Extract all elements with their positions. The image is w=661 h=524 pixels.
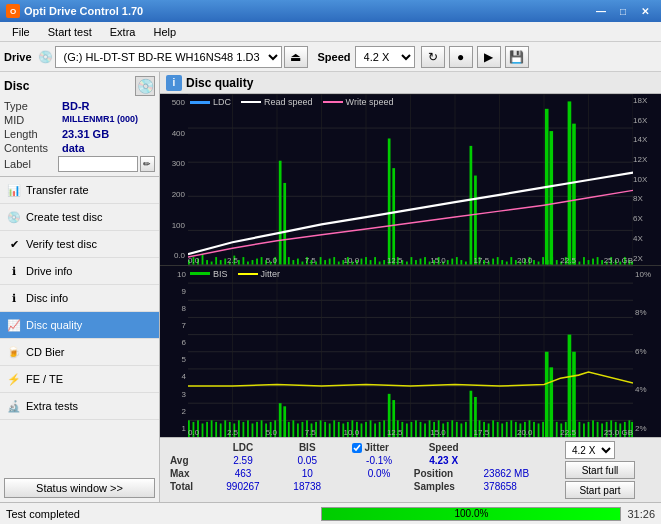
svg-rect-218 (545, 351, 549, 437)
refresh-button[interactable]: ↻ (421, 46, 445, 68)
speed-select[interactable]: 4.2 X (355, 46, 415, 68)
start-full-button[interactable]: Start full (565, 461, 635, 479)
disc-quality-header-icon: i (166, 75, 182, 91)
nav-extra-tests[interactable]: 🔬 Extra tests (0, 393, 159, 420)
nav-fe-te-label: FE / TE (26, 373, 63, 385)
svg-rect-77 (474, 176, 477, 265)
avg-label: Avg (166, 454, 209, 467)
nav-verify-test-label: Verify test disc (26, 238, 97, 250)
ldc-header: LDC (209, 441, 277, 454)
minimize-button[interactable]: — (591, 3, 611, 19)
lower-x-axis: 0.02.55.07.510.012.515.017.520.022.525.0… (188, 428, 633, 437)
disc-info-icon: ℹ (6, 290, 22, 306)
legend-write-speed: Write speed (346, 97, 394, 107)
eject-button[interactable]: ⏏ (284, 46, 308, 68)
main-layout: Disc 💿 Type BD-R MID MILLENMR1 (000) Len… (0, 72, 661, 502)
transfer-rate-icon: 📊 (6, 182, 22, 198)
samples-label: Samples (410, 480, 478, 493)
mid-label: MID (4, 114, 62, 126)
length-value: 23.31 GB (62, 128, 155, 140)
media-button[interactable]: ▶ (477, 46, 501, 68)
nav-fe-te[interactable]: ⚡ FE / TE (0, 366, 159, 393)
chart-container: LDC Read speed Write speed 5004003002001… (160, 94, 661, 437)
nav-extra-tests-label: Extra tests (26, 400, 78, 412)
nav-drive-info-label: Drive info (26, 265, 72, 277)
disc-label-edit-button[interactable]: ✏ (140, 156, 155, 172)
disc-quality-title: Disc quality (186, 76, 253, 90)
nav-disc-quality[interactable]: 📈 Disc quality (0, 312, 159, 339)
legend-bis: BIS (213, 269, 228, 279)
title-bar: O Opti Drive Control 1.70 — □ ✕ (0, 0, 661, 22)
length-label: Length (4, 128, 62, 140)
type-label: Type (4, 100, 62, 112)
save-button[interactable]: 💾 (505, 46, 529, 68)
menu-bar: File Start test Extra Help (0, 22, 661, 42)
menu-help[interactable]: Help (145, 24, 184, 40)
max-ldc: 463 (209, 467, 277, 480)
lower-chart: BIS Jitter 10987654321 (160, 266, 661, 438)
nav-drive-info[interactable]: ℹ Drive info (0, 258, 159, 285)
verify-test-icon: ✔ (6, 236, 22, 252)
position-label: Position (410, 467, 478, 480)
app-icon: O (6, 4, 20, 18)
total-bis: 18738 (277, 480, 337, 493)
nav-transfer-rate[interactable]: 📊 Transfer rate (0, 177, 159, 204)
avg-ldc: 2.59 (209, 454, 277, 467)
menu-file[interactable]: File (4, 24, 38, 40)
mid-value: MILLENMR1 (000) (62, 114, 155, 126)
progress-bar-container: 100.0% (321, 507, 621, 521)
start-part-button[interactable]: Start part (565, 481, 635, 499)
nav-disc-info[interactable]: ℹ Disc info (0, 285, 159, 312)
disc-quality-header: i Disc quality (160, 72, 661, 94)
nav-create-test-label: Create test disc (26, 211, 102, 223)
disc-label-input[interactable] (58, 156, 138, 172)
quality-speed-select[interactable]: 4.2 X (565, 441, 615, 459)
lower-chart-legend: BIS Jitter (190, 269, 280, 279)
lower-y-axis-left: 10987654321 (160, 266, 188, 438)
close-button[interactable]: ✕ (635, 3, 655, 19)
disc-graphic-icon: 💿 (135, 76, 155, 96)
jitter-header-cell: Jitter (348, 441, 409, 454)
nav-verify-test-disc[interactable]: ✔ Verify test disc (0, 231, 159, 258)
svg-rect-224 (568, 334, 572, 437)
contents-label: Contents (4, 142, 62, 154)
total-label: Total (166, 480, 209, 493)
nav-create-test-disc[interactable]: 💿 Create test disc (0, 204, 159, 231)
maximize-button[interactable]: □ (613, 3, 633, 19)
legend-ldc: LDC (213, 97, 231, 107)
fe-te-icon: ⚡ (6, 371, 22, 387)
lower-chart-svg (188, 266, 633, 438)
app-title: Opti Drive Control 1.70 (24, 5, 143, 17)
jitter-checkbox[interactable] (352, 443, 362, 453)
sidebar: Disc 💿 Type BD-R MID MILLENMR1 (000) Len… (0, 72, 160, 502)
status-bar: Test completed 100.0% 31:26 (0, 502, 661, 524)
disc-button[interactable]: ● (449, 46, 473, 68)
drive-select[interactable]: (G:) HL-DT-ST BD-RE WH16NS48 1.D3 (55, 46, 282, 68)
nav-disc-quality-label: Disc quality (26, 319, 82, 331)
drive-label: Drive (4, 51, 32, 63)
svg-rect-97 (549, 131, 553, 264)
upper-y-axis-left: 5004003002001000.0 (160, 94, 188, 265)
svg-rect-36 (279, 161, 282, 265)
upper-chart-legend: LDC Read speed Write speed (190, 97, 393, 107)
bis-header: BIS (277, 441, 337, 454)
progress-text: 100.0% (322, 508, 620, 520)
lower-y-axis-right: 10%8%6%4%2% (633, 266, 661, 438)
samples-value: 378658 (478, 480, 557, 493)
legend-jitter: Jitter (261, 269, 281, 279)
nav-cd-bier-label: CD Bier (26, 346, 65, 358)
svg-rect-37 (283, 183, 286, 265)
upper-x-axis: 0.02.55.07.510.012.515.017.520.022.525.0… (188, 256, 633, 265)
menu-extra[interactable]: Extra (102, 24, 144, 40)
stats-table: LDC BIS Jitter Speed Avg (166, 441, 557, 493)
disc-section: Disc 💿 Type BD-R MID MILLENMR1 (000) Len… (0, 72, 159, 177)
upper-chart: LDC Read speed Write speed 5004003002001… (160, 94, 661, 266)
menu-start-test[interactable]: Start test (40, 24, 100, 40)
create-test-icon: 💿 (6, 209, 22, 225)
status-window-button[interactable]: Status window >> (4, 478, 155, 498)
total-ldc: 990267 (209, 480, 277, 493)
position-value: 23862 MB (478, 467, 557, 480)
nav-cd-bier[interactable]: 🍺 CD Bier (0, 339, 159, 366)
speed-value: 4.23 X (410, 454, 478, 467)
max-jitter: 0.0% (348, 467, 409, 480)
